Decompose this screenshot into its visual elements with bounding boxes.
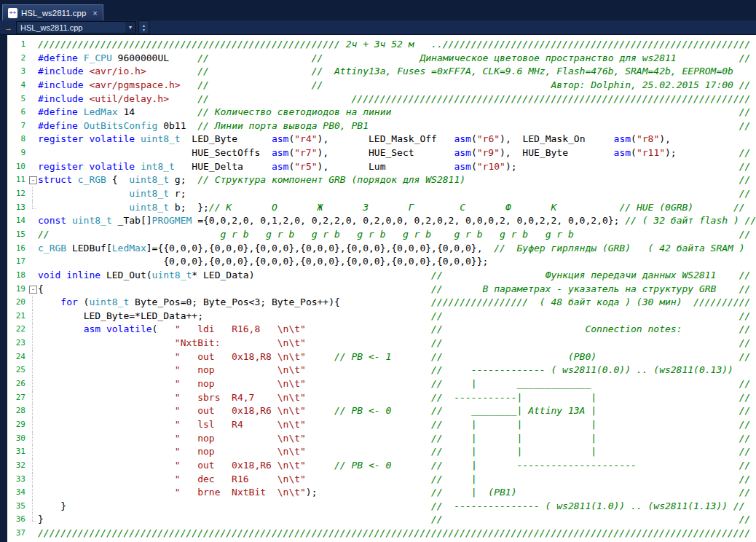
code-line[interactable]: 24 " out 0x18,R8 \n\t" // PB <- 1 // (PB… (7, 350, 756, 364)
code-text: for (uint8_t Byte_Pos=0; Byte_Pos<3; Byt… (38, 296, 750, 310)
code-line[interactable]: 16c_RGB LEDBuf[LedMax]={{0,0,0},{0,0,0},… (7, 242, 756, 256)
code-line[interactable]: 17 {0,0,0},{0,0,0},{0,0,0},{0,0,0},{0,0,… (7, 255, 756, 269)
code-text: #include <util/delay.h> // /////////////… (38, 93, 750, 106)
fold-margin (28, 93, 38, 106)
fold-margin: - (28, 173, 38, 187)
line-number: 31 (7, 445, 28, 459)
code-line[interactable]: 28 " out 0x18,R6 \n\t" // PB <- 0 // ___… (7, 404, 756, 418)
spinner-down-icon[interactable]: ▼ (142, 28, 146, 32)
line-number: 21 (7, 310, 28, 323)
code-line[interactable]: 4#include <avr/pgmspace.h> // // Автор: … (7, 79, 756, 93)
code-line[interactable]: 21 LED_Byte=*LED_Data++; // // (7, 310, 756, 323)
code-line[interactable]: 18void inline LED_Out(uint8_t* LED_Data)… (7, 269, 756, 283)
fold-margin (28, 65, 38, 79)
line-number: 3 (7, 65, 28, 79)
code-line[interactable]: 29 " lsl R4 \n\t" // | | | // (7, 418, 756, 432)
chevron-down-icon[interactable]: ▾ (125, 22, 135, 33)
code-line[interactable]: 37//////////////////////////////////////… (7, 527, 756, 541)
line-number: 24 (7, 350, 28, 364)
fold-margin (28, 527, 38, 541)
code-line[interactable]: 11-struct c_RGB { uint8_t g; // Структур… (7, 173, 756, 187)
code-text: #define LedMax 14 // Количество светодио… (38, 106, 750, 119)
code-line[interactable]: 33 " dec R16 \n\t" // | // (7, 473, 756, 487)
code-line[interactable]: 12 uint8_t r; // (7, 187, 756, 201)
code-line[interactable]: 1///////////////////////////////////////… (7, 38, 756, 52)
code-text: #include <avr/io.h> // // Attiny13a, Fus… (38, 65, 733, 79)
code-line[interactable]: 13 uint8_t b; };// К О Ж З Г С Ф К // HU… (7, 201, 756, 215)
code-line[interactable]: 35 } // --------------- ( ws2811(1.0)) .… (7, 500, 756, 514)
line-number: 9 (7, 146, 28, 160)
fold-margin (28, 500, 38, 514)
line-number: 2 (7, 52, 28, 66)
navigation-bar: → HSL_ws2811.cpp ▾ ▲ ▼ (0, 20, 756, 35)
code-line[interactable]: 31 " nop \n\t" // | | | // (7, 445, 756, 459)
code-line[interactable]: 5#include <util/delay.h> // ////////////… (7, 93, 756, 106)
code-line[interactable]: 14const uint8_t _Tab[]PROGMEM ={0,0,2,0,… (7, 214, 756, 228)
code-lines[interactable]: 1///////////////////////////////////////… (7, 35, 756, 542)
code-line[interactable]: 6#define LedMax 14 // Количество светоди… (7, 106, 756, 119)
code-text: register volatile uint8_t LED_Byte asm("… (38, 133, 671, 146)
code-text: // g r b g r b g r b g r b g r b g r b g… (38, 228, 750, 242)
fold-margin (28, 404, 38, 418)
line-number: 37 (7, 527, 28, 541)
code-line[interactable]: 23 "NxtBit: \n\t" // // (7, 337, 756, 350)
fold-margin (28, 52, 38, 66)
code-text: "NxtBit: \n\t" // // (38, 337, 750, 350)
navigation-dropdown[interactable]: HSL_ws2811.cpp ▾ (16, 21, 136, 34)
fold-margin (28, 79, 38, 93)
code-text: " nop \n\t" // | | | // (38, 432, 750, 446)
fold-margin (28, 459, 38, 473)
code-line[interactable]: 15// g r b g r b g r b g r b g r b g r b… (7, 228, 756, 242)
line-number: 6 (7, 106, 28, 119)
line-number: 28 (7, 404, 28, 418)
tab-label: HSL_ws2811.cpp (21, 9, 86, 17)
fold-margin (28, 242, 38, 256)
code-text: void inline LED_Out(uint8_t* LED_Data) /… (38, 269, 750, 283)
code-line[interactable]: 10register volatile int8_t HUE_Delta asm… (7, 160, 756, 174)
line-number: 25 (7, 364, 28, 377)
code-text: const uint8_t _Tab[]PROGMEM ={0,0,2,0, 0… (38, 214, 756, 228)
code-line[interactable]: 34 " brne NxtBit \n\t"); // | (PB1) // (7, 486, 756, 500)
code-line[interactable]: 26 " nop \n\t" // | _____________ // (7, 377, 756, 391)
code-line[interactable]: 7#define OutBitsConfig 0b11 // Линии пор… (7, 119, 756, 133)
breakpoint-margin[interactable] (0, 35, 7, 542)
code-text: " nop \n\t" // ------------- ( ws2811(0.… (38, 364, 733, 377)
tab-close-icon[interactable]: × (92, 9, 97, 17)
fold-margin (28, 201, 38, 215)
line-number: 7 (7, 119, 28, 133)
code-line[interactable]: 9 HUE_SectOffs asm("r7"), HUE_Sect asm("… (7, 146, 756, 160)
fold-margin (28, 119, 38, 133)
line-number: 27 (7, 391, 28, 405)
code-text: } // --------------- ( ws2811(1.0)) .. (… (38, 500, 745, 514)
code-line[interactable]: 36} // // (7, 513, 756, 527)
line-number: 11 (7, 173, 28, 187)
fold-margin (28, 38, 38, 52)
code-line[interactable]: 2#define F_CPU 9600000UL // // Динамичес… (7, 52, 756, 66)
code-text: " out 0x18,R6 \n\t" // PB <- 0 // ______… (38, 404, 750, 418)
code-line[interactable]: 30 " nop \n\t" // | | | // (7, 432, 756, 446)
code-line[interactable]: 25 " nop \n\t" // ------------- ( ws2811… (7, 364, 756, 377)
document-tab[interactable]: ++ HSL_ws2811.cpp × (2, 4, 103, 20)
fold-margin: - (28, 283, 38, 296)
code-line[interactable]: 22 asm volatile( " ldi R16,8 \n\t" // Co… (7, 323, 756, 337)
code-text: " brne NxtBit \n\t"); // | (PB1) // (38, 486, 750, 500)
code-line[interactable]: 32 " out 0x18,R6 \n\t" // PB <- 0 // | -… (7, 459, 756, 473)
scroll-spinner[interactable]: ▲ ▼ (138, 20, 149, 34)
code-text: c_RGB LEDBuf[LedMax]={{0,0,0},{0,0,0},{0… (38, 242, 745, 256)
code-text: " nop \n\t" // | _____________ // (38, 377, 750, 391)
code-text: #include <avr/pgmspace.h> // // Автор: D… (38, 79, 750, 93)
code-line[interactable]: 20 for (uint8_t Byte_Pos=0; Byte_Pos<3; … (7, 296, 756, 310)
code-text: ////////////////////////////////////////… (38, 527, 750, 541)
code-line[interactable]: 3#include <avr/io.h> // // Attiny13a, Fu… (7, 65, 756, 79)
code-line[interactable]: 19-{ // В параметрах - указатель на стру… (7, 283, 756, 296)
code-text: #define F_CPU 9600000UL // // Динамическ… (38, 52, 750, 66)
fold-margin (28, 310, 38, 323)
code-line[interactable]: 8register volatile uint8_t LED_Byte asm(… (7, 133, 756, 146)
tab-bar: ++ HSL_ws2811.cpp × (0, 4, 756, 20)
line-number: 19 (7, 283, 28, 296)
fold-margin (28, 445, 38, 459)
fold-toggle-icon[interactable]: - (29, 286, 37, 294)
code-editor[interactable]: 1///////////////////////////////////////… (0, 35, 756, 542)
code-line[interactable]: 27 " sbrs R4,7 \n\t" // -----------| | /… (7, 391, 756, 405)
fold-toggle-icon[interactable]: - (29, 176, 37, 184)
